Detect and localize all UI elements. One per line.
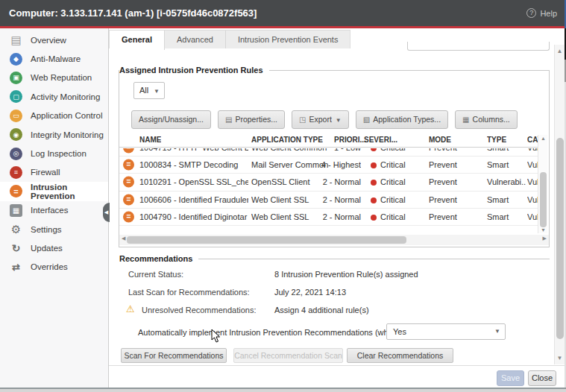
application-types-button[interactable]: ▧Application Types...: [356, 110, 448, 129]
properties-button[interactable]: ▤Properties...: [218, 110, 285, 129]
column-header-mode[interactable]: MODE: [429, 136, 451, 144]
cell-name: 1004790 - Identified Diginotar C...: [139, 212, 248, 221]
sidebar-item-settings[interactable]: Settings: [0, 220, 108, 238]
scroll-right-icon[interactable]: ▶: [543, 235, 547, 241]
cell-type: Smart: [487, 212, 526, 221]
sidebar-item-label: Integrity Monitoring: [31, 130, 104, 139]
scroll-down-icon[interactable]: ▼: [538, 227, 548, 233]
interfaces-icon: [10, 204, 22, 217]
cell-name: 1004715 - HTTP Web Client Dec...: [139, 148, 248, 152]
sidebar-item-web-reputation[interactable]: Web Reputation: [0, 69, 108, 87]
sidebar-item-anti-malware[interactable]: Anti-Malware: [0, 49, 108, 68]
auto-implement-dropdown[interactable]: Yes ▼: [386, 323, 506, 340]
export-button[interactable]: ◳Export▼: [292, 110, 349, 129]
clear-recommendations-button[interactable]: Clear Recommendations: [347, 348, 453, 363]
cell-mode: Prevent: [429, 177, 481, 186]
footer-divider: [109, 365, 565, 366]
table-horizontal-scrollbar[interactable]: ◀ ▶: [119, 235, 549, 245]
scroll-up-icon[interactable]: ▲: [538, 136, 548, 141]
sidebar-item-application-control[interactable]: Application Control: [0, 107, 108, 125]
scrollbar-thumb[interactable]: [556, 138, 564, 339]
application-types-icon: ▧: [363, 116, 370, 124]
cell-mode: Prevent: [429, 160, 481, 169]
sidebar-item-interfaces[interactable]: Interfaces: [0, 201, 108, 220]
recommendations-section-title: Recommendations: [119, 254, 198, 263]
cell-name: 1006606 - Identified Fraudulent ...: [139, 195, 248, 204]
assign-unassign-button[interactable]: Assign/Unassign...: [131, 110, 211, 129]
current-status-label: Current Status:: [128, 270, 183, 279]
critical-dot-icon: [371, 197, 377, 203]
table-row[interactable]: 1006606 - Identified Fraudulent ... Web …: [119, 192, 538, 209]
close-button[interactable]: Close: [528, 370, 556, 386]
column-header-category[interactable]: CAT: [527, 136, 538, 144]
overrides-icon: [10, 261, 22, 274]
sidebar-item-label: Application Control: [31, 111, 103, 120]
settings-icon: [10, 223, 22, 235]
sidebar-item-overrides[interactable]: Overrides: [0, 258, 108, 276]
sidebar-item-intrusion-prevention[interactable]: Intrusion Prevention: [0, 182, 108, 200]
content-vertical-scrollbar[interactable]: ▲ ▼: [554, 45, 565, 364]
column-header-name[interactable]: NAME: [139, 136, 161, 144]
table-row[interactable]: 1004790 - Identified Diginotar C... Web …: [119, 209, 538, 226]
rules-filter-dropdown[interactable]: All ▼: [133, 82, 165, 99]
sidebar-item-label: Updates: [31, 244, 63, 253]
tab-intrusion-prevention-events[interactable]: Intrusion Prevention Events: [226, 31, 350, 48]
table-row[interactable]: 1004715 - HTTP Web Client Dec... Web Cli…: [119, 148, 538, 157]
cell-name: 1010291 - OpenSSL SSL_check...: [139, 177, 248, 186]
export-icon: ◳: [299, 116, 306, 124]
column-header-priority[interactable]: PRIORI...: [334, 136, 366, 144]
columns-icon: ▦: [462, 116, 469, 124]
section-divider: [192, 259, 550, 259]
sidebar-item-label: Activity Monitoring: [31, 92, 100, 101]
search-input-partial[interactable]: [407, 42, 550, 51]
sidebar-item-updates[interactable]: Updates: [0, 238, 108, 257]
column-header-application-type[interactable]: APPLICATION TYPE: [251, 136, 323, 144]
updates-icon: [10, 241, 22, 254]
cell-priority: 1 - Low: [306, 148, 361, 152]
scan-for-recommendations-button[interactable]: Scan For Recommendations: [121, 348, 227, 363]
mouse-cursor: [211, 329, 221, 343]
column-header-type[interactable]: TYPE: [487, 136, 506, 144]
sidebar-item-label: Firewall: [31, 168, 60, 177]
cell-type: Smart: [487, 160, 526, 169]
overview-icon: [10, 34, 22, 46]
sidebar-collapse-handle[interactable]: ◀: [103, 203, 110, 222]
sidebar-item-label: Intrusion Prevention: [31, 183, 108, 200]
scroll-down-icon[interactable]: ▼: [555, 355, 565, 361]
current-status-value: 8 Intrusion Prevention Rule(s) assigned: [274, 270, 418, 279]
cell-category: Vul: [527, 148, 538, 152]
rules-filter-value: All: [139, 86, 148, 95]
last-scan-value: July 22, 2021 14:13: [274, 288, 346, 297]
columns-button[interactable]: ▦Columns...: [455, 110, 518, 129]
cell-severity: Critical: [371, 160, 415, 169]
tab-advanced[interactable]: Advanced: [165, 31, 226, 48]
scrollbar-thumb[interactable]: [540, 172, 547, 227]
sidebar-item-activity-monitoring[interactable]: Activity Monitoring: [0, 87, 108, 106]
rules-table-header: NAME APPLICATION TYPE PRIORI... SEVERI..…: [119, 134, 538, 148]
cell-priority: 2 - Normal: [306, 195, 361, 204]
application-control-icon: [10, 110, 22, 122]
scroll-up-icon[interactable]: ▲: [555, 48, 565, 54]
table-row[interactable]: 1010291 - OpenSSL SSL_check... OpenSSL C…: [119, 174, 538, 191]
anti-malware-icon: [10, 53, 22, 66]
dialog-title: Computer: 3.133.117.141 (am-1) [i-0575fd…: [9, 0, 257, 26]
scrollbar-thumb[interactable]: [127, 236, 406, 244]
cell-mode: Prevent: [429, 148, 481, 152]
intrusion-rule-icon: [123, 194, 134, 205]
intrusion-prevention-icon: [10, 185, 22, 197]
table-vertical-scrollbar[interactable]: ▲ ▼: [538, 135, 547, 233]
sidebar-item-label: Anti-Malware: [31, 54, 81, 63]
intrusion-rule-icon: [123, 211, 134, 222]
scroll-left-icon[interactable]: ◀: [122, 235, 125, 241]
list-icon: ▤: [225, 116, 232, 124]
sidebar-item-integrity-monitoring[interactable]: Integrity Monitoring: [0, 125, 108, 144]
sidebar-item-firewall[interactable]: Firewall: [0, 163, 108, 182]
help-button[interactable]: ? Help: [526, 0, 557, 26]
sidebar-item-label: Overview: [31, 36, 66, 45]
tab-general[interactable]: General: [110, 31, 165, 50]
sidebar-item-overview[interactable]: Overview: [0, 31, 108, 49]
intrusion-rule-icon: [123, 159, 134, 171]
column-header-severity[interactable]: SEVERI...: [364, 136, 397, 144]
sidebar-item-log-inspection[interactable]: Log Inspection: [0, 144, 108, 162]
table-row[interactable]: 1000834 - SMTP Decoding Mail Server Comm…: [119, 157, 538, 174]
